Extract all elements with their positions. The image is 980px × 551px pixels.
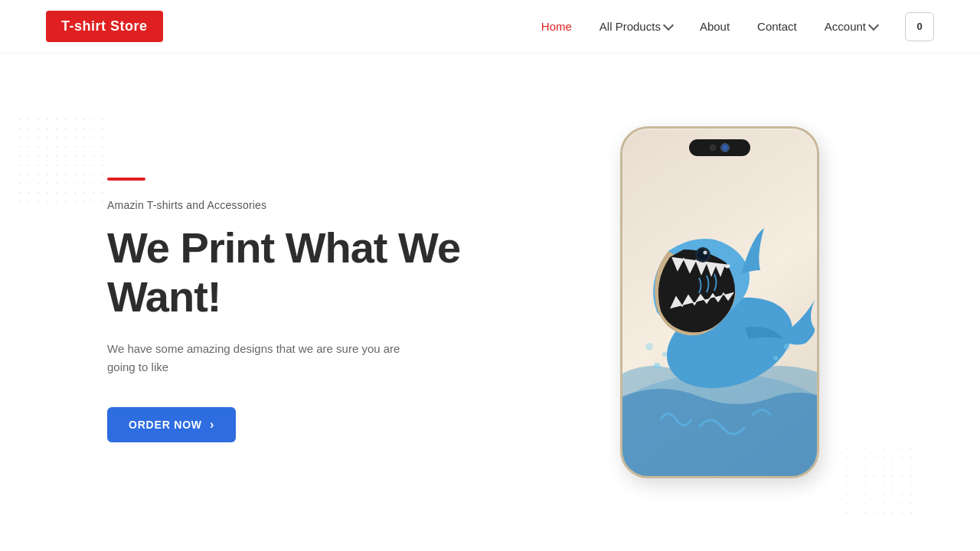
svg-point-6 — [654, 363, 660, 369]
chevron-down-icon — [868, 19, 879, 30]
phone-volume-down-button — [620, 243, 622, 274]
dot-grid-left — [15, 115, 107, 207]
camera-dot — [710, 145, 716, 151]
svg-point-8 — [645, 343, 653, 350]
phone-mockup — [620, 126, 819, 478]
svg-point-10 — [784, 344, 790, 350]
cart-count: 0 — [916, 21, 922, 32]
nav-products[interactable]: All Products — [599, 20, 672, 33]
arrow-icon: › — [210, 418, 214, 432]
brand-logo[interactable]: T-shirt Store — [46, 11, 163, 42]
chevron-down-icon — [663, 19, 674, 30]
nav-home[interactable]: Home — [541, 20, 572, 33]
phone-screen-art — [622, 129, 817, 476]
hero-subtitle: Amazin T-shirts and Accessories — [107, 199, 505, 211]
nav-contact[interactable]: Contact — [757, 20, 797, 33]
main-nav: Home All Products About Contact Account … — [541, 12, 934, 41]
svg-point-5 — [704, 251, 707, 255]
svg-point-9 — [773, 356, 778, 360]
nav-about[interactable]: About — [700, 20, 730, 33]
phone-notch — [689, 139, 750, 156]
phone-volume-up-button — [620, 205, 622, 236]
phone-body — [620, 126, 819, 478]
cart-button[interactable]: 0 — [905, 12, 934, 41]
camera-sensor — [720, 143, 730, 152]
phone-power-button — [818, 220, 819, 266]
hero-section: Amazin T-shirts and Accessories We Print… — [0, 54, 980, 551]
hero-title: We Print What We Want! — [107, 223, 505, 322]
svg-point-4 — [697, 249, 708, 260]
hero-content: Amazin T-shirts and Accessories We Print… — [107, 162, 505, 443]
nav-account[interactable]: Account — [825, 20, 877, 33]
header: T-shirt Store Home All Products About Co… — [0, 0, 980, 54]
svg-point-7 — [662, 352, 667, 357]
hero-divider-decoration — [107, 178, 145, 181]
hero-image-area — [505, 54, 934, 551]
order-now-button[interactable]: ORDER NOW › — [107, 407, 236, 442]
hero-description: We have some amazing designs that we are… — [107, 340, 429, 377]
